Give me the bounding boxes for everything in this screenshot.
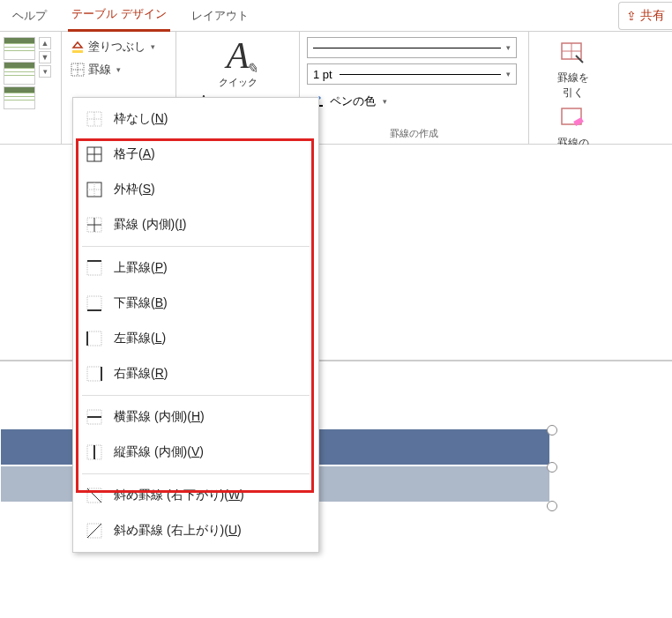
all-borders-icon bbox=[86, 145, 103, 163]
table-styles-group: ▲ ▼ ▾ bbox=[0, 32, 62, 144]
tab-table-design[interactable]: テーブル デザイン bbox=[68, 0, 170, 32]
menu-separator bbox=[82, 395, 310, 396]
bottom-border-icon bbox=[86, 294, 103, 312]
chevron-down-icon: ▾ bbox=[383, 97, 387, 106]
line-settings-group: ▾ 1 pt ▾ ペンの色 ▾ 罫線の作成 bbox=[300, 32, 529, 144]
fill-icon bbox=[71, 40, 85, 54]
menu-item-right-border[interactable]: 右罫線(R) bbox=[73, 356, 318, 391]
eraser-icon bbox=[559, 104, 587, 132]
chevron-down-icon: ▾ bbox=[151, 42, 155, 51]
table-style-thumbnail[interactable] bbox=[4, 37, 35, 60]
svg-rect-26 bbox=[87, 261, 101, 275]
left-border-icon bbox=[86, 330, 103, 347]
borders-label: 罫線 bbox=[88, 62, 111, 78]
menu-item-no-border[interactable]: 枠なし(N) bbox=[73, 101, 318, 137]
borders-button[interactable]: 罫線 ▾ bbox=[69, 58, 168, 81]
quick-label: クイック bbox=[219, 76, 258, 89]
svg-line-39 bbox=[87, 488, 101, 503]
borders-dropdown-menu: 枠なし(N) 格子(A) 外枠(S) 罫線 (内側)(I) 上罫線(P) 下罫線… bbox=[72, 97, 319, 553]
table-style-thumbnail[interactable] bbox=[4, 86, 35, 109]
pen-weight-value: 1 pt bbox=[313, 68, 332, 81]
svg-rect-28 bbox=[87, 296, 101, 310]
menu-separator bbox=[82, 473, 310, 474]
tab-layout[interactable]: レイアウト bbox=[188, 1, 252, 31]
pen-weight-combo[interactable]: 1 pt ▾ bbox=[307, 63, 517, 85]
menu-item-inside-borders[interactable]: 罫線 (内側)(I) bbox=[73, 207, 318, 242]
menu-separator bbox=[82, 246, 310, 247]
menu-item-top-border[interactable]: 上罫線(P) bbox=[73, 250, 318, 286]
tab-help[interactable]: ヘルプ bbox=[9, 1, 50, 31]
gallery-down-button[interactable]: ▼ bbox=[39, 51, 51, 63]
right-border-icon bbox=[86, 365, 103, 383]
pen-color-label: ペンの色 bbox=[330, 93, 376, 109]
no-border-icon bbox=[86, 110, 103, 128]
resize-handle[interactable] bbox=[547, 501, 557, 511]
menu-item-all-borders[interactable]: 格子(A) bbox=[73, 137, 318, 172]
svg-rect-30 bbox=[87, 331, 101, 346]
quick-styles-button[interactable]: A✎ クイック bbox=[183, 37, 292, 89]
table-style-thumbnail[interactable] bbox=[4, 62, 35, 85]
group-label-draw: 罫線の作成 bbox=[307, 127, 521, 144]
draw-border-label: 罫線を 引く bbox=[557, 71, 589, 101]
menu-item-bottom-border[interactable]: 下罫線(B) bbox=[73, 286, 318, 321]
menu-item-outside-borders[interactable]: 外枠(S) bbox=[73, 172, 318, 207]
share-label: 共有 bbox=[640, 8, 665, 24]
line-style-preview bbox=[313, 48, 501, 48]
menu-item-left-border[interactable]: 左罫線(L) bbox=[73, 321, 318, 356]
chevron-down-icon: ▾ bbox=[506, 43, 511, 52]
share-icon: ⇪ bbox=[626, 9, 637, 23]
inside-borders-icon bbox=[86, 216, 103, 234]
menu-item-inside-horizontal[interactable]: 横罫線 (内側)(H) bbox=[73, 399, 318, 435]
outside-borders-icon bbox=[86, 181, 103, 198]
svg-rect-0 bbox=[72, 50, 83, 53]
gallery-more-button[interactable]: ▾ bbox=[39, 65, 51, 78]
diagonal-up-icon bbox=[86, 522, 103, 540]
menu-item-diagonal-down[interactable]: 斜め罫線 (右下がり)(W) bbox=[73, 478, 318, 513]
resize-handle[interactable] bbox=[547, 425, 557, 436]
draw-table-icon bbox=[559, 39, 587, 67]
gallery-up-button[interactable]: ▲ bbox=[39, 37, 51, 49]
menu-item-inside-vertical[interactable]: 縦罫線 (内側)(V) bbox=[73, 435, 318, 470]
svg-line-41 bbox=[87, 524, 101, 538]
share-button[interactable]: ⇪ 共有 bbox=[618, 2, 672, 30]
resize-handle[interactable] bbox=[547, 462, 557, 473]
draw-border-button[interactable]: 罫線を 引く bbox=[536, 37, 610, 102]
style-gallery-scroll: ▲ ▼ ▾ bbox=[39, 37, 51, 78]
diagonal-down-icon bbox=[86, 487, 103, 504]
draw-borders-group: 罫線を 引く 罫線の 削除 bbox=[529, 32, 617, 144]
shading-label: 塗りつぶし bbox=[88, 39, 146, 55]
borders-icon bbox=[71, 63, 85, 77]
line-weight-preview bbox=[340, 74, 501, 75]
top-border-icon bbox=[86, 259, 103, 277]
wordart-icon: A✎ bbox=[227, 37, 250, 74]
menu-item-diagonal-up[interactable]: 斜め罫線 (右上がり)(U) bbox=[73, 513, 318, 548]
ribbon-tabs: ヘルプ テーブル デザイン レイアウト ⇪ 共有 bbox=[0, 0, 672, 32]
svg-rect-32 bbox=[87, 367, 101, 381]
pen-color-button[interactable]: ペンの色 ▾ bbox=[307, 90, 521, 112]
shading-button[interactable]: 塗りつぶし ▾ bbox=[69, 35, 168, 58]
pen-style-combo[interactable]: ▾ bbox=[307, 37, 517, 58]
chevron-down-icon: ▾ bbox=[116, 65, 121, 74]
inside-horizontal-icon bbox=[86, 408, 103, 426]
inside-vertical-icon bbox=[86, 443, 103, 461]
chevron-down-icon: ▾ bbox=[506, 70, 511, 78]
